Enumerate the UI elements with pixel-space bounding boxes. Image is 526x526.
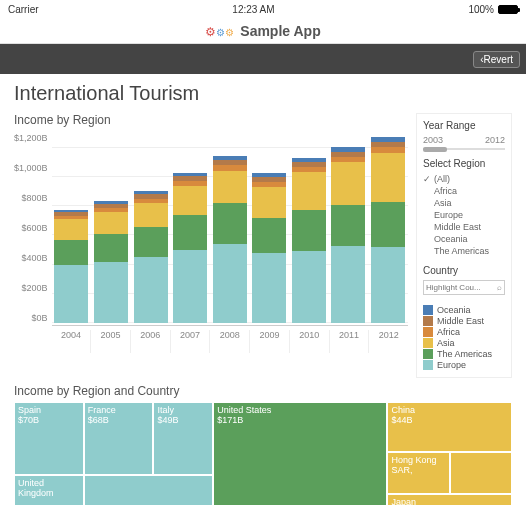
bar-seg-the-americas[interactable]	[94, 234, 128, 262]
bar-seg-asia[interactable]	[292, 172, 326, 210]
bar-col[interactable]	[213, 156, 247, 323]
region-item[interactable]: Middle East	[423, 221, 505, 233]
treemap-cell[interactable]: France$68B	[84, 402, 154, 475]
legend-label: Oceania	[437, 305, 471, 315]
treemap-cell[interactable]: Hong Kong SAR,	[387, 452, 449, 494]
search-icon[interactable]: ⌕	[497, 283, 502, 292]
y-tick: $0B	[32, 313, 48, 323]
swatch-icon	[423, 305, 433, 315]
region-label: The Americas	[434, 246, 489, 256]
x-axis: 200420052006200720082009201020112012	[52, 325, 408, 353]
legend-label: Africa	[437, 327, 460, 337]
country-input[interactable]	[423, 280, 505, 295]
bar-seg-europe[interactable]	[134, 257, 168, 323]
legend-item[interactable]: The Americas	[423, 349, 505, 359]
select-region-label: Select Region	[423, 158, 505, 169]
filter-panel: Year Range 2003 2012 Select Region ✓(All…	[416, 113, 512, 378]
bar-seg-the-americas[interactable]	[54, 240, 88, 265]
bar-seg-asia[interactable]	[252, 187, 286, 218]
region-item[interactable]: Oceania	[423, 233, 505, 245]
region-label: (All)	[434, 174, 450, 184]
bar-seg-europe[interactable]	[54, 265, 88, 323]
bar-seg-europe[interactable]	[292, 251, 326, 323]
y-tick: $400B	[22, 253, 48, 263]
bar-col[interactable]	[173, 173, 207, 323]
x-tick: 2007	[171, 330, 211, 353]
treemap-cell[interactable]: Spain$70B	[14, 402, 84, 475]
income-by-region-chart[interactable]: Income by Region $1,200B$1,000B$800B$600…	[14, 113, 408, 378]
legend-item[interactable]: Europe	[423, 360, 505, 370]
x-tick: 2010	[290, 330, 330, 353]
bar-seg-the-americas[interactable]	[292, 210, 326, 251]
legend-item[interactable]: Asia	[423, 338, 505, 348]
treemap-cell[interactable]: United Kingdom	[14, 475, 84, 506]
toolbar: ‹Revert	[0, 44, 526, 74]
treemap-cell[interactable]: United States$171B	[213, 402, 387, 506]
year-range-slider[interactable]	[423, 148, 505, 150]
bar-seg-the-americas[interactable]	[371, 202, 405, 247]
treemap-cell[interactable]	[450, 452, 512, 494]
region-item[interactable]: Asia	[423, 197, 505, 209]
bar-seg-europe[interactable]	[252, 253, 286, 323]
bar-seg-asia[interactable]	[173, 186, 207, 215]
y-tick: $1,000B	[14, 163, 48, 173]
x-tick: 2008	[210, 330, 250, 353]
bar-seg-asia[interactable]	[371, 153, 405, 201]
year-min: 2003	[423, 135, 443, 145]
bar-col[interactable]	[292, 158, 326, 323]
bar-seg-asia[interactable]	[134, 203, 168, 226]
bar-seg-the-americas[interactable]	[331, 205, 365, 246]
region-item[interactable]: Africa	[423, 185, 505, 197]
treemap-cell[interactable]: China$44B	[387, 402, 512, 452]
swatch-icon	[423, 338, 433, 348]
bar-seg-the-americas[interactable]	[213, 203, 247, 244]
year-range-label: Year Range	[423, 120, 505, 131]
bar-col[interactable]	[331, 147, 365, 323]
year-max: 2012	[485, 135, 505, 145]
bar-seg-europe[interactable]	[173, 250, 207, 323]
x-tick: 2009	[250, 330, 290, 353]
region-item[interactable]: Europe	[423, 209, 505, 221]
x-tick: 2004	[52, 330, 92, 353]
region-item[interactable]: The Americas	[423, 245, 505, 257]
region-item[interactable]: ✓(All)	[423, 173, 505, 185]
bar-col[interactable]	[134, 191, 168, 323]
bar-seg-europe[interactable]	[94, 262, 128, 323]
battery-icon	[498, 5, 518, 14]
legend-item[interactable]: Oceania	[423, 305, 505, 315]
app-title: Sample App	[240, 23, 320, 39]
legend-label: Europe	[437, 360, 466, 370]
bar-seg-europe[interactable]	[371, 247, 405, 323]
bar-col[interactable]	[371, 137, 405, 323]
bar-seg-the-americas[interactable]	[252, 218, 286, 253]
bar-seg-the-americas[interactable]	[173, 215, 207, 250]
legend: OceaniaMiddle EastAfricaAsiaThe Americas…	[423, 305, 505, 370]
bars	[52, 133, 408, 323]
bar-seg-asia[interactable]	[94, 212, 128, 234]
region-label: Africa	[434, 186, 457, 196]
legend-item[interactable]: Africa	[423, 327, 505, 337]
bar-seg-asia[interactable]	[213, 171, 247, 203]
x-tick: 2005	[91, 330, 131, 353]
bar-seg-europe[interactable]	[331, 246, 365, 323]
status-time: 12:23 AM	[232, 4, 274, 15]
treemap-cell[interactable]	[84, 475, 213, 506]
bar-seg-asia[interactable]	[331, 162, 365, 204]
bar-seg-the-americas[interactable]	[134, 227, 168, 258]
revert-button[interactable]: ‹Revert	[473, 51, 520, 68]
treemap-cell[interactable]: Japan	[387, 494, 512, 506]
legend-item[interactable]: Middle East	[423, 316, 505, 326]
swatch-icon	[423, 360, 433, 370]
dashboard: International Tourism Income by Region $…	[0, 74, 526, 514]
status-bar: Carrier 12:23 AM 100%	[0, 0, 526, 18]
bar-seg-asia[interactable]	[54, 219, 88, 239]
bar-col[interactable]	[252, 173, 286, 323]
bar-seg-europe[interactable]	[213, 244, 247, 323]
bar-col[interactable]	[54, 210, 88, 323]
income-treemap[interactable]: Spain$70BFrance$68BItaly$49BUnited Kingd…	[14, 402, 512, 506]
treemap-cell[interactable]: Italy$49B	[153, 402, 213, 475]
x-tick: 2011	[330, 330, 370, 353]
y-tick: $200B	[22, 283, 48, 293]
treemap-title: Income by Region and Country	[14, 384, 512, 398]
bar-col[interactable]	[94, 201, 128, 323]
